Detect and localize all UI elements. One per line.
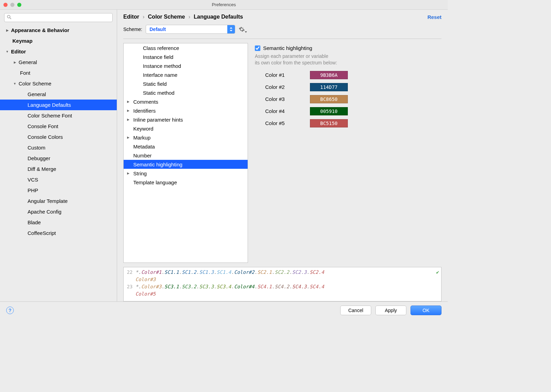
sidebar-item[interactable]: ▶Appearance & Behavior	[0, 25, 117, 35]
chevron-right-icon: ›	[143, 14, 144, 20]
preview-token: SC1.1	[164, 269, 179, 275]
preview-line: 23*.Color#3.SC3.1.SC3.2.SC3.3.SC3.4.Colo…	[124, 283, 438, 298]
preview-token: SC2.2	[275, 269, 289, 275]
attribute-item-label: Instance field	[143, 54, 173, 60]
preview-token-separator: .	[138, 269, 141, 275]
sidebar-item[interactable]: ▼Editor	[0, 46, 117, 57]
sidebar-item[interactable]: Apache Config	[0, 206, 117, 217]
sidebar-item-label: VCS	[28, 177, 38, 183]
chevron-down-icon: ▼	[13, 82, 17, 85]
reset-link[interactable]: Reset	[427, 14, 441, 20]
color-swatch[interactable]: BC5150	[310, 119, 348, 127]
preview-token: SC3.2	[182, 284, 196, 289]
attribute-item-label: Static field	[143, 81, 167, 87]
divider	[123, 39, 441, 39]
attribute-item[interactable]: Static field	[124, 79, 248, 88]
sidebar-item-label: General	[19, 59, 37, 65]
preview-token: Color#5	[135, 291, 156, 297]
sidebar-item[interactable]: Color Scheme Font	[0, 110, 117, 121]
attribute-item[interactable]: Template language	[124, 178, 248, 187]
window-title: Preferences	[0, 2, 448, 7]
attributes-tree[interactable]: Class referenceInstance fieldInstance me…	[123, 43, 248, 263]
attribute-item[interactable]: Metadata	[124, 142, 248, 151]
preview-token: SC4.3	[292, 284, 306, 289]
ok-button[interactable]: OK	[410, 306, 441, 315]
preview-token-separator: .	[179, 269, 181, 275]
sidebar-item[interactable]: Angular Template	[0, 196, 117, 206]
sidebar-item[interactable]: VCS	[0, 174, 117, 185]
apply-button[interactable]: Apply	[375, 306, 406, 315]
gear-icon[interactable]	[239, 26, 245, 32]
color-swatch[interactable]: 005910	[310, 107, 348, 115]
inspection-ok-icon: ✔	[436, 269, 439, 276]
settings-panel: Semantic highlighting Assign each parame…	[255, 43, 441, 263]
search-input[interactable]	[4, 13, 113, 22]
color-swatch[interactable]: 9B3B6A	[310, 71, 348, 79]
chevron-right-icon: ▶	[6, 29, 9, 32]
sidebar-item-label: Color Scheme	[19, 81, 51, 86]
sidebar-item[interactable]: Console Font	[0, 121, 117, 132]
sidebar-item[interactable]: Diff & Merge	[0, 164, 117, 174]
color-swatch[interactable]: 114D77	[310, 83, 348, 91]
preview-token-separator: .	[231, 269, 234, 275]
sidebar-item[interactable]: Font	[0, 68, 117, 78]
attribute-item-label: Metadata	[133, 144, 155, 149]
attribute-item[interactable]: Keyword	[124, 124, 248, 133]
attribute-item[interactable]: Class reference	[124, 43, 248, 52]
sidebar-item[interactable]: Custom	[0, 142, 117, 153]
attribute-item[interactable]: Number	[124, 151, 248, 160]
sidebar-item[interactable]: Language Defaults	[0, 100, 117, 110]
preview-token-separator: .	[254, 284, 257, 289]
attribute-item-label: Class reference	[143, 45, 179, 51]
preview-editor[interactable]: ✔ 22*.Color#1.SC1.1.SC1.2.SC1.3.SC1.4.Co…	[123, 267, 441, 301]
attribute-item[interactable]: ▶Identifiers	[124, 106, 248, 115]
preview-token-separator: .	[214, 269, 217, 275]
preview-token: SC1.2	[182, 269, 196, 275]
sidebar-item-label: Console Colors	[28, 134, 63, 140]
preview-token-separator: .	[138, 284, 141, 289]
attribute-item[interactable]: ▶Inline parameter hints	[124, 115, 248, 124]
sidebar-tree[interactable]: ▶Appearance & BehaviorKeymap▼Editor▶Gene…	[0, 25, 117, 301]
attribute-item[interactable]: Interface name	[124, 70, 248, 79]
attribute-item[interactable]: Semantic highlighting	[124, 160, 248, 169]
sidebar-item[interactable]: Debugger	[0, 153, 117, 164]
content-panel: Editor › Color Scheme › Language Default…	[117, 10, 448, 301]
chevron-right-icon: ▶	[127, 109, 131, 112]
attribute-item[interactable]: Static method	[124, 88, 248, 97]
chevron-updown-icon	[227, 25, 235, 33]
spacer	[127, 162, 131, 167]
window-minimize-button[interactable]	[10, 3, 14, 7]
sidebar-item[interactable]: General	[0, 89, 117, 100]
preview-token: SC4.4	[310, 284, 324, 289]
sidebar-item[interactable]: ▼Color Scheme	[0, 78, 117, 89]
semantic-highlighting-checkbox[interactable]	[255, 45, 260, 51]
scheme-select-value: Default	[149, 27, 166, 32]
attribute-item[interactable]: Instance field	[124, 52, 248, 61]
sidebar-item-label: Color Scheme Font	[28, 113, 72, 118]
attribute-item[interactable]: ▶String	[124, 169, 248, 178]
attribute-item[interactable]: ▶Comments	[124, 97, 248, 106]
breadcrumb: Editor › Color Scheme › Language Default…	[123, 14, 243, 20]
sidebar-item[interactable]: Blade	[0, 217, 117, 228]
preview-token: Color#1	[141, 269, 162, 275]
preview-token-separator: .	[272, 269, 274, 275]
attribute-item-label: Comments	[133, 99, 158, 105]
chevron-down-icon: ▼	[6, 50, 9, 53]
window-zoom-button[interactable]	[17, 3, 21, 7]
scheme-select[interactable]: Default	[146, 25, 235, 34]
preview-token: SC2.3	[292, 269, 306, 275]
preview-token: Color#4	[234, 284, 254, 289]
color-swatch[interactable]: BC8650	[310, 95, 348, 103]
attribute-item[interactable]: ▶Markup	[124, 133, 248, 142]
window-close-button[interactable]	[3, 3, 8, 7]
sidebar-item[interactable]: ▶General	[0, 57, 117, 68]
sidebar-item[interactable]: CoffeeScript	[0, 228, 117, 238]
sidebar-item-label: Angular Template	[28, 198, 67, 204]
color-label: Color #3	[265, 96, 310, 102]
attribute-item[interactable]: Instance method	[124, 61, 248, 70]
help-button[interactable]: ?	[6, 307, 14, 314]
cancel-button[interactable]: Cancel	[340, 306, 371, 315]
sidebar-item[interactable]: Keymap	[0, 35, 117, 46]
sidebar-item[interactable]: Console Colors	[0, 132, 117, 142]
sidebar-item[interactable]: PHP	[0, 185, 117, 196]
